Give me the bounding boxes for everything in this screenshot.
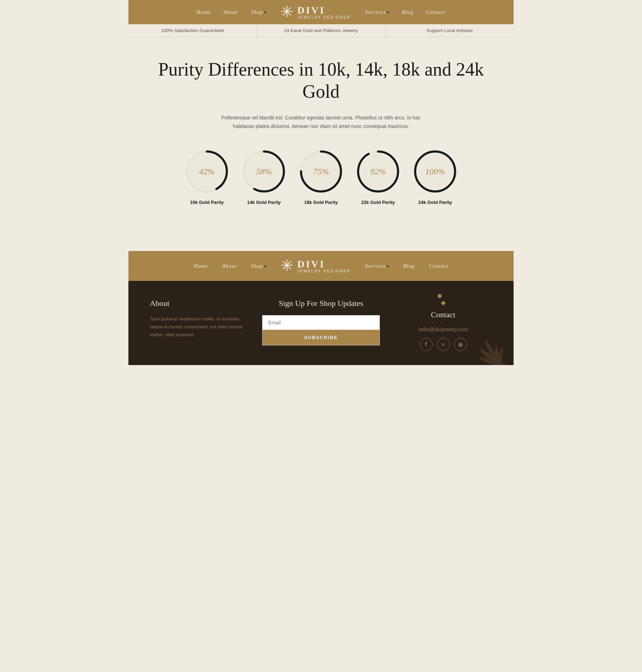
circle-chart-4: 100% <box>412 148 458 195</box>
nav-blog[interactable]: Blog <box>402 9 413 15</box>
footer-nav-shop-dropdown[interactable]: Shop ▾ <box>251 263 266 269</box>
email-form: SUBSCRIBE <box>262 315 380 345</box>
facebook-icon[interactable]: f <box>420 338 433 351</box>
banner-item-1: 24 Karat Gold and Platinum Jewelry <box>257 24 385 37</box>
circle-chart-3: 92% <box>355 148 401 195</box>
nav-home[interactable]: Home <box>197 9 211 15</box>
footer-nav-home[interactable]: Home <box>194 263 208 269</box>
footer-logo[interactable]: ✳ DIVI JEWELRY DESIGNER <box>280 258 351 274</box>
nav-about[interactable]: About <box>224 9 238 15</box>
main-description: Pellentesque vel blandit est. Curabitur … <box>210 114 432 131</box>
circles-row: 42% 10k Gold Parity 58% 14k Gold Parity <box>143 148 499 205</box>
footer-about-col: About Tiam pulvinar vestibulum mollis. I… <box>150 299 248 351</box>
circle-label-0: 10k Gold Parity <box>190 200 224 205</box>
circle-label-2: 18k Gold Parity <box>304 200 338 205</box>
footer-bottom: ◆ About Tiam pulvinar vestibulum mollis.… <box>128 281 514 365</box>
footer-nav-blog[interactable]: Blog <box>403 263 414 269</box>
header-nav-right: Services ▾ Blog Contact <box>365 9 445 15</box>
circle-pct-4: 100% <box>425 167 445 176</box>
circle-pct-2: 75% <box>313 167 329 176</box>
main-section: Purity Differences in 10k, 14k, 18k and … <box>128 37 514 251</box>
footer-logo-text: DIVI JEWELRY DESIGNER <box>297 259 351 273</box>
footer-newsletter-title: Sign Up For Shop Updates <box>262 299 380 308</box>
footer-nav-shop[interactable]: Shop <box>251 263 263 269</box>
palm-decoration <box>442 294 514 365</box>
footer-nav: Home About Shop ▾ ✳ DIVI JEWELRY DESIGNE… <box>128 251 514 281</box>
footer-nav-services[interactable]: Services <box>365 263 386 269</box>
footer-about-title: About <box>150 299 248 308</box>
banner-item-0: 100% Satisfaction Guaranteed <box>128 24 257 37</box>
circle-item-2: 75% 18k Gold Parity <box>298 148 344 205</box>
circle-chart-0: 42% <box>184 148 230 195</box>
email-input[interactable] <box>263 316 379 330</box>
footer-nav-about[interactable]: About <box>222 263 237 269</box>
circle-item-4: 100% 24k Gold Parity <box>412 148 458 205</box>
footer-logo-divi-text: DIVI <box>297 259 351 269</box>
logo-sub-text: JEWELRY DESIGNER <box>297 15 351 19</box>
footer-logo-star-icon: ✳ <box>280 258 294 274</box>
circle-inner-0: 42% <box>188 153 225 190</box>
shop-dropdown-arrow: ▾ <box>264 10 266 14</box>
circle-label-3: 22k Gold Parity <box>361 200 395 205</box>
circle-label-4: 24k Gold Parity <box>418 200 452 205</box>
logo-star-icon: ✳ <box>280 4 294 20</box>
site-header: Home About Shop ▾ ✳ DIVI JEWELRY DESIGNE… <box>128 0 514 24</box>
circle-chart-1: 58% <box>241 148 287 195</box>
logo[interactable]: ✳ DIVI JEWELRY DESIGNER <box>280 4 351 20</box>
circle-inner-1: 58% <box>245 153 282 190</box>
footer-newsletter-col: Sign Up For Shop Updates SUBSCRIBE <box>262 299 380 351</box>
footer-nav-services-dropdown[interactable]: Services ▾ <box>365 263 389 269</box>
circle-item-0: 42% 10k Gold Parity <box>184 148 230 205</box>
footer-logo-sub-text: JEWELRY DESIGNER <box>297 269 351 273</box>
circle-inner-3: 92% <box>360 153 397 190</box>
footer-shop-dropdown-arrow: ▾ <box>264 264 266 268</box>
subscribe-button[interactable]: SUBSCRIBE <box>263 330 379 345</box>
footer-nav-contact[interactable]: Contact <box>429 263 449 269</box>
footer-services-dropdown-arrow: ▾ <box>387 264 389 268</box>
nav-services[interactable]: Services <box>365 9 386 15</box>
circle-pct-1: 58% <box>256 167 272 176</box>
header-nav-left: Home About Shop ▾ <box>197 9 266 15</box>
circle-inner-2: 75% <box>302 153 340 190</box>
nav-services-dropdown[interactable]: Services ▾ <box>365 9 389 15</box>
banner-item-2: Support Local Artisans <box>386 24 514 37</box>
circle-label-1: 14k Gold Parity <box>247 200 281 205</box>
logo-divi-text: DIVI <box>297 5 351 15</box>
circle-inner-4: 100% <box>417 153 454 190</box>
circle-chart-2: 75% <box>298 148 344 195</box>
main-title: Purity Differences in 10k, 14k, 18k and … <box>143 58 499 103</box>
services-dropdown-arrow: ▾ <box>387 10 389 14</box>
circle-item-1: 58% 14k Gold Parity <box>241 148 287 205</box>
circle-pct-3: 92% <box>370 167 386 176</box>
circle-pct-0: 42% <box>199 167 215 176</box>
nav-contact[interactable]: Contact <box>426 9 446 15</box>
logo-text: DIVI JEWELRY DESIGNER <box>297 5 351 19</box>
nav-shop[interactable]: Shop <box>251 9 263 15</box>
footer-about-text: Tiam pulvinar vestibulum mollis. In mole… <box>150 315 248 339</box>
circle-item-3: 92% 22k Gold Parity <box>355 148 401 205</box>
nav-shop-dropdown[interactable]: Shop ▾ <box>251 9 266 15</box>
banner-strip: 100% Satisfaction Guaranteed 24 Karat Go… <box>128 24 514 37</box>
diamond-icon: ◆ <box>437 292 442 299</box>
